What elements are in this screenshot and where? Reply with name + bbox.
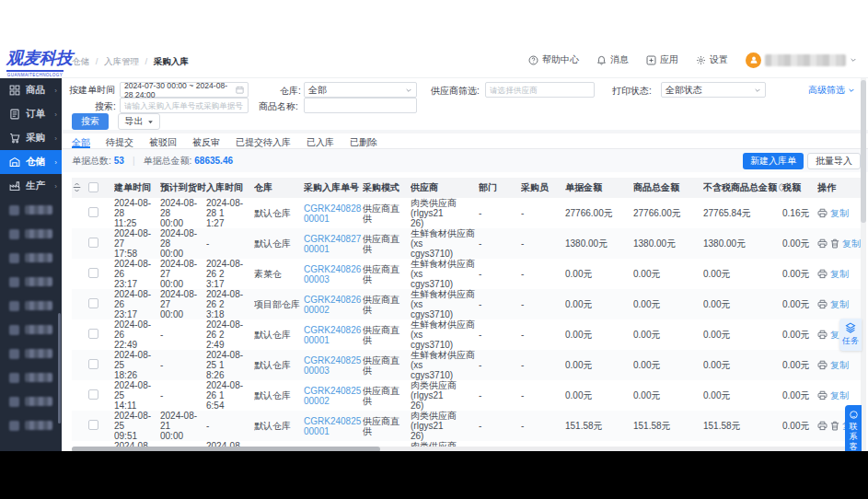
print-icon[interactable] — [817, 360, 827, 370]
copy-link[interactable]: 复制 — [830, 360, 849, 370]
create-inbound-button[interactable]: 新建入库单 — [743, 153, 804, 169]
order-no-link[interactable]: CGRK240825 00003 — [304, 355, 361, 376]
sidebar-item-redacted[interactable] — [0, 318, 62, 342]
support-float-button[interactable]: 联系客服 — [845, 405, 862, 451]
print-icon[interactable] — [817, 238, 827, 249]
order-no-link[interactable]: CGRK240825 00002 — [304, 386, 361, 406]
column-header: 预计到货时间 — [160, 178, 206, 198]
horizontal-scrollbar[interactable] — [72, 447, 861, 451]
sidebar-item-purchase[interactable]: 采购› — [0, 126, 62, 150]
messages-button[interactable]: 消息 — [596, 53, 629, 66]
tab-6[interactable]: 已删除 — [350, 136, 377, 148]
print-icon[interactable] — [817, 208, 827, 218]
copy-link[interactable]: 复制 — [830, 299, 849, 309]
breadcrumb-level2[interactable]: 入库管理 — [104, 56, 139, 66]
horizontal-scrollbar-thumb[interactable] — [72, 447, 380, 451]
sidebar-item-goods[interactable]: 商品› — [0, 78, 62, 102]
apps-button[interactable]: 应用 — [646, 53, 678, 66]
sidebar-item-redacted[interactable] — [0, 294, 62, 318]
redacted-label — [25, 205, 52, 215]
column-header: 采购入库单号 — [304, 178, 363, 198]
order-no-link[interactable]: CGRK240826 00003 — [304, 264, 361, 284]
tab-4[interactable]: 已提交待入库 — [236, 136, 291, 148]
tab-3[interactable]: 被反审 — [192, 136, 220, 148]
sidebar-item-warehouse[interactable]: 仓储› — [0, 150, 62, 174]
vertical-scrollbar[interactable] — [861, 78, 866, 451]
order-no-link[interactable]: CGRK240825 00001 — [304, 416, 361, 436]
breadcrumb-level1[interactable]: 仓储 — [72, 56, 89, 66]
sidebar-item-redacted[interactable] — [0, 246, 62, 270]
sidebar-item-redacted[interactable] — [0, 342, 62, 366]
cell-created-time: 2024-08-25 09:51 — [114, 411, 160, 441]
delete-icon[interactable] — [830, 421, 839, 431]
search-button[interactable]: 搜索 — [72, 113, 109, 130]
headset-icon — [849, 410, 859, 420]
tab-2[interactable]: 被驳回 — [149, 136, 177, 148]
warehouse-icon — [9, 157, 20, 168]
row-checkbox[interactable] — [88, 207, 98, 217]
user-menu[interactable] — [746, 52, 857, 68]
print-icon[interactable] — [817, 330, 827, 340]
sidebar-item-redacted[interactable] — [0, 389, 62, 413]
order-no-link[interactable]: CGRK240827 00001 — [304, 234, 361, 254]
cell-tax: 0.00元 — [782, 228, 817, 259]
row-checkbox[interactable] — [88, 268, 98, 278]
row-checkbox[interactable] — [88, 389, 98, 400]
copy-link[interactable]: 复制 — [842, 238, 861, 249]
order-no-link[interactable]: CGRK240828 00001 — [304, 203, 361, 224]
redacted-label — [25, 301, 52, 310]
copy-link[interactable]: 复制 — [830, 208, 849, 218]
sidebar-item-redacted[interactable] — [0, 222, 62, 246]
print-status-select[interactable]: 全部状态 — [661, 82, 766, 98]
row-checkbox[interactable] — [88, 329, 98, 339]
sidebar-item-redacted[interactable] — [0, 413, 62, 437]
advanced-filter-toggle[interactable]: 高级筛选 — [808, 84, 855, 97]
vertical-scrollbar-thumb[interactable] — [861, 80, 866, 223]
order-no-link[interactable]: CGRK240826 00002 — [304, 295, 361, 315]
caret-down-icon — [754, 87, 761, 94]
print-icon[interactable] — [817, 299, 827, 309]
table-row: 2024-08-25 14:11-2024-08-26 1 6:54默认仓库CG… — [72, 380, 863, 411]
brand-logo[interactable]: 观麦科技 GUANMAITECHNOLOGY — [6, 47, 64, 77]
time-field-select[interactable]: 按建单时间 — [69, 84, 127, 97]
export-button[interactable]: 导出 — [118, 113, 160, 130]
tab-0[interactable]: 全部 — [72, 136, 90, 148]
copy-link[interactable]: 复制 — [830, 269, 849, 279]
order-no-link[interactable]: CGRK240826 00001 — [304, 325, 361, 345]
copy-link[interactable]: 复制 — [830, 390, 849, 400]
sidebar-item-produce[interactable]: 生产› — [0, 174, 62, 198]
row-checkbox[interactable] — [88, 420, 98, 430]
bulk-import-button[interactable]: 批量导入 — [807, 153, 861, 169]
cell-order-no: CGRK240827 00001 — [304, 228, 363, 259]
print-icon[interactable] — [817, 421, 827, 431]
supplier-filter-input[interactable] — [485, 82, 595, 98]
sidebar-item-order[interactable]: 订单› — [0, 102, 62, 126]
delete-icon[interactable] — [830, 238, 839, 249]
tab-1[interactable]: 待提交 — [106, 136, 133, 148]
sidebar-item-redacted[interactable] — [0, 270, 62, 294]
warehouse-select[interactable]: 全部 — [304, 82, 417, 98]
chevron-right-icon: › — [54, 110, 57, 119]
task-float-button[interactable]: 任务 — [839, 319, 862, 351]
sidebar-item-redacted[interactable] — [0, 198, 62, 222]
row-checkbox[interactable] — [88, 298, 98, 308]
settings-button[interactable]: 设置 — [696, 53, 728, 66]
order-search-input[interactable] — [120, 98, 249, 113]
row-checkbox[interactable] — [88, 359, 98, 369]
select-all-checkbox[interactable] — [88, 182, 98, 192]
apps-icon — [646, 55, 656, 65]
product-name-input[interactable] — [304, 98, 417, 113]
sidebar-scrollbar[interactable] — [58, 313, 61, 424]
cell-operations: 复制 — [817, 198, 863, 228]
sidebar-item-redacted[interactable] — [0, 366, 62, 389]
date-range-input[interactable]: 2024-07-30 00:00 ~ 2024-08-28 24:00 — [120, 82, 249, 98]
cell-expected-time: - — [160, 350, 206, 380]
row-checkbox[interactable] — [88, 238, 98, 248]
expand-rows-icon[interactable] — [72, 182, 82, 192]
tab-5[interactable]: 已入库 — [307, 136, 334, 148]
chevron-right-icon: › — [54, 134, 57, 143]
print-icon[interactable] — [817, 269, 827, 279]
cell-expected-time: 2024-08-28 00:00 — [160, 198, 206, 228]
print-icon[interactable] — [817, 390, 827, 400]
help-center-button[interactable]: 帮助中心 — [528, 53, 579, 66]
